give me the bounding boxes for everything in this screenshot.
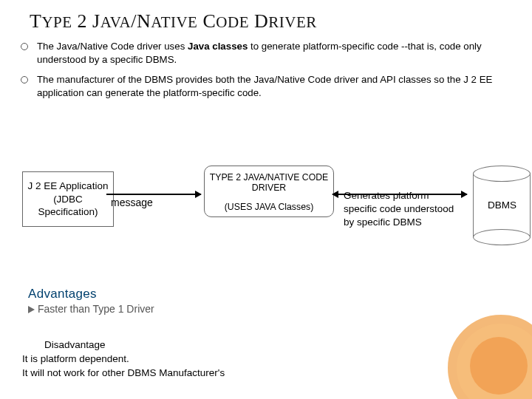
bullet-bold: Java classes [188,41,248,52]
bullet-text: The manufacturer of the DBMS provides bo… [37,74,492,98]
disadvantage-line: It will not work for other DBMS Manufact… [22,366,225,381]
bullet-item: The Java/Native Code driver uses Java cl… [21,40,522,67]
decorative-circle-icon [470,337,528,395]
arrow-icon [106,194,201,195]
disadvantage-line: It is platform dependent. [22,352,225,366]
box-j2ee-app: J 2 EE Application (JDBC Specification) [22,171,114,227]
advantages-heading: Advantages [28,287,154,301]
bullet-text: The Java/Native Code driver uses [37,41,188,52]
advantage-item: Faster than Type 1 Driver [28,303,154,315]
slide-title: TYPE 2 JAVA/NATIVE CODE DRIVER [30,10,532,33]
bullet-list: The Java/Native Code driver uses Java cl… [0,40,532,100]
advantages-block: Advantages Faster than Type 1 Driver [28,287,154,315]
label-generates: Generates platform specific code underst… [344,189,462,230]
triangle-bullet-icon [28,306,35,313]
driver-subtitle: (USES JAVA Classes) [225,202,314,212]
flow-diagram: J 2 EE Application (JDBC Specification) … [7,164,532,290]
advantage-text: Faster than Type 1 Driver [38,303,154,315]
driver-title: TYPE 2 JAVA/NATIVE CODE DRIVER [208,172,330,193]
label-message: message [111,197,153,208]
bullet-item: The manufacturer of the DBMS provides bo… [21,73,522,100]
disadvantage-block: Disadvantage It is platform dependent. I… [22,338,225,381]
disadvantage-heading: Disadvantage [44,338,225,352]
label-dbms: DBMS [488,200,516,211]
box-driver: TYPE 2 JAVA/NATIVE CODE DRIVER (USES JAV… [204,166,334,217]
